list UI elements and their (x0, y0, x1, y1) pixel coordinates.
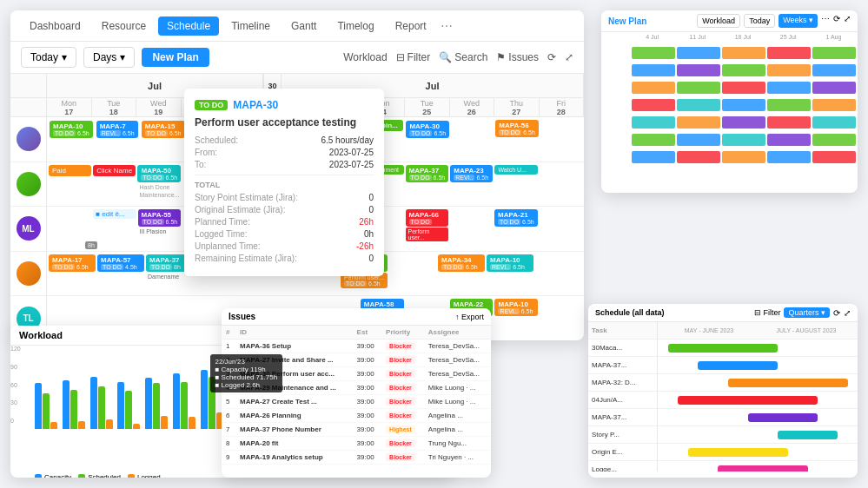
mini-cell-1-0[interactable] (632, 64, 675, 76)
bar-capacity-4[interactable] (145, 378, 152, 429)
mini-sync-icon[interactable]: ⟳ (833, 14, 840, 28)
gantt-bar-0[interactable] (668, 344, 779, 353)
mini-cell-6-3[interactable] (767, 151, 811, 163)
mini-cell-4-0[interactable] (632, 116, 675, 129)
mini-cell-5-0[interactable] (632, 134, 675, 146)
workload-button[interactable]: Workload (343, 51, 387, 63)
days-button[interactable]: Days ▾ (83, 47, 135, 68)
task-chip-mapa56[interactable]: MAPA-56 TO DO 6.5h (495, 120, 539, 137)
mini-expand-icon[interactable]: ⤢ (844, 14, 851, 28)
mini-cell-3-1[interactable] (677, 99, 720, 111)
task-chip-mapa7[interactable]: MAPA-7 REVI.. 6.5h (96, 121, 138, 138)
expand-icon[interactable]: ⤢ (565, 51, 573, 63)
mini-cell-0-0[interactable] (632, 47, 675, 59)
bar-scheduled-0[interactable] (43, 393, 50, 429)
mini-cell-5-3[interactable] (767, 134, 811, 146)
mini-cell-6-0[interactable] (632, 151, 675, 163)
nav-more-icon[interactable]: ⋯ (441, 19, 453, 33)
issues-button[interactable]: ⚑ Issues (496, 51, 539, 63)
mini-cell-2-1[interactable] (677, 82, 720, 94)
mini-cell-5-4[interactable] (812, 134, 856, 146)
mini-cell-6-2[interactable] (722, 151, 765, 163)
task-chip-mapa21[interactable]: MAPA-21 TO DO 6.5h (494, 209, 538, 227)
nav-dashboard[interactable]: Dashboard (21, 16, 89, 36)
nav-timeline[interactable]: Timeline (222, 16, 279, 36)
refresh-icon[interactable]: ⟳ (547, 51, 556, 63)
task-chip-mapa55[interactable]: MAPA-55 TO DO 6.5h (138, 209, 182, 227)
mini-cell-5-2[interactable] (722, 134, 765, 146)
issue-row-7[interactable]: 8 MAPA-20 fit 39:00 Blocker Trung Ngu... (222, 437, 491, 451)
bar-scheduled-1[interactable] (70, 390, 77, 429)
task-chip-mapa10-r4[interactable]: MAPA-10 REVI.. 6.5h (487, 254, 533, 272)
task-chip-mapa34[interactable]: MAPA-34 TO DO 6.5h (438, 254, 485, 272)
mini-cell-3-4[interactable] (812, 99, 856, 111)
mini-cell-2-0[interactable] (632, 82, 675, 94)
issue-row-0[interactable]: 1 MAPA-36 Setup 39:00 Blocker Teresa_Dev… (222, 340, 491, 353)
task-chip-mapa37-r2[interactable]: MAPA-37 TO DO 6.5h (406, 165, 449, 182)
mini-cell-3-3[interactable] (767, 99, 811, 111)
gantt-bar-7[interactable] (718, 465, 808, 472)
bar-capacity-1[interactable] (63, 380, 70, 429)
bar-capacity-0[interactable] (35, 383, 42, 429)
task-chip-click[interactable]: Click Name (93, 165, 136, 176)
mini-weeks-tab[interactable]: Weeks ▾ (779, 14, 818, 28)
mini-cell-4-1[interactable] (677, 116, 720, 129)
mini-cell-2-4[interactable] (812, 82, 856, 94)
nav-timelog[interactable]: Timelog (328, 16, 382, 36)
bar-logged-0[interactable] (50, 422, 57, 429)
mini-cell-6-4[interactable] (812, 151, 856, 163)
gantt-quarters-btn[interactable]: Quarters ▾ (784, 307, 830, 318)
mini-cell-0-4[interactable] (812, 47, 856, 59)
nav-schedule[interactable]: Schedule (158, 16, 219, 36)
bar-capacity-3[interactable] (117, 382, 124, 429)
task-chip-mapa57[interactable]: MAPA-57 TO DO 4.5h (97, 254, 144, 272)
mini-cell-0-3[interactable] (767, 47, 811, 59)
filter-button[interactable]: ⊟ Filter (396, 51, 431, 63)
mini-cell-1-4[interactable] (812, 64, 856, 76)
nav-resource[interactable]: Resource (93, 16, 155, 36)
mini-cell-2-3[interactable] (767, 82, 811, 94)
mini-more-icon[interactable]: ⋯ (821, 14, 830, 28)
issue-row-6[interactable]: 7 MAPA-37 Phone Number 39:00 Highest Ang… (222, 423, 491, 437)
gantt-bar-1[interactable] (698, 361, 778, 370)
gantt-bar-5[interactable] (778, 431, 838, 439)
bar-scheduled-5[interactable] (181, 382, 188, 429)
task-chip-paid[interactable]: Paid (49, 165, 91, 176)
task-chip-mapa66[interactable]: MAPA-66 TO DO (406, 209, 448, 227)
mini-today-tab[interactable]: Today (744, 14, 775, 28)
bar-capacity-6[interactable] (201, 370, 208, 429)
bar-capacity-5[interactable] (173, 373, 180, 429)
task-chip-mapa23[interactable]: MAPA-23 REVI.. 6.5h (450, 165, 493, 182)
mini-cell-2-2[interactable] (722, 82, 765, 94)
mini-cell-4-4[interactable] (812, 116, 856, 129)
issue-row-5[interactable]: 6 MAPA-26 Planning 39:00 Blocker Angelin… (222, 409, 491, 423)
gantt-filter-btn[interactable]: ⊟ Filter (754, 308, 781, 317)
mini-cell-5-1[interactable] (677, 134, 720, 146)
gantt-bar-2[interactable] (728, 379, 848, 387)
mini-cell-0-2[interactable] (722, 47, 765, 59)
gantt-bar-4[interactable] (748, 413, 818, 422)
task-chip-mapa50[interactable]: MAPA-50 TO DO 6.5h (137, 165, 181, 182)
today-button[interactable]: Today ▾ (21, 47, 76, 68)
issue-row-8[interactable]: 9 MAPA-19 Analytics setup 39:00 Blocker … (222, 451, 491, 465)
task-chip-mapa15[interactable]: MAPA-15 TO DO 6.5h (142, 121, 185, 138)
gantt-bar-3[interactable] (678, 396, 818, 405)
new-plan-button[interactable]: New Plan (142, 48, 209, 67)
search-button[interactable]: 🔍 Search (439, 51, 487, 63)
task-chip-mapa30[interactable]: MAPA-30 TO DO 6.5h (406, 121, 449, 138)
mini-cell-1-3[interactable] (767, 64, 811, 76)
nav-report[interactable]: Report (387, 16, 435, 36)
bar-logged-1[interactable] (78, 421, 85, 429)
gantt-expand-icon[interactable]: ⤢ (844, 308, 851, 318)
mini-workload-tab[interactable]: Workload (697, 14, 740, 28)
mini-cell-0-1[interactable] (677, 47, 720, 59)
mini-cell-1-2[interactable] (722, 64, 765, 76)
issues-export-icon[interactable]: ↑ Export (455, 313, 484, 321)
bar-capacity-2[interactable] (90, 377, 97, 429)
gantt-bar-6[interactable] (688, 448, 788, 457)
task-chip-mapa10-r5[interactable]: MAPA-10 REVI.. 6.5h (494, 299, 537, 316)
mini-cell-3-2[interactable] (722, 99, 765, 111)
bar-logged-3[interactable] (133, 424, 140, 429)
mini-cell-1-1[interactable] (677, 64, 720, 76)
bar-logged-4[interactable] (161, 416, 168, 429)
